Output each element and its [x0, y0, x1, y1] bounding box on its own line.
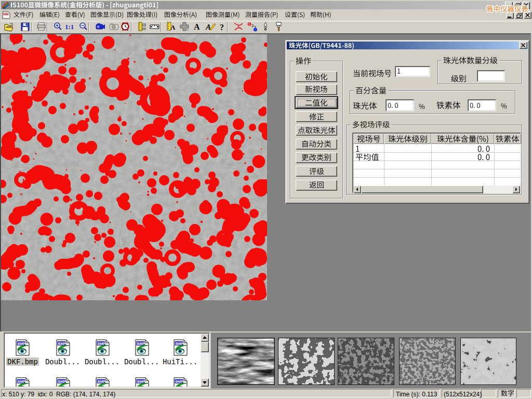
svg-text:A: A: [170, 23, 176, 31]
svg-text:?: ?: [220, 23, 224, 32]
svg-text:BMP: BMP: [18, 342, 26, 345]
svg-text:BMP: BMP: [58, 380, 66, 383]
svg-text:A: A: [194, 22, 200, 31]
svg-text:BMP: BMP: [98, 342, 106, 345]
svg-text:BMP: BMP: [137, 342, 145, 345]
svg-text:BMP: BMP: [98, 380, 106, 383]
svg-text:BMP: BMP: [176, 342, 184, 345]
svg-text:BMP: BMP: [58, 342, 66, 345]
svg-text:DOC: DOC: [4, 12, 9, 15]
svg-text:1: 1: [248, 22, 250, 26]
svg-text:1:1: 1:1: [65, 23, 74, 31]
svg-text:BMP: BMP: [137, 380, 145, 383]
svg-text:BMP: BMP: [176, 380, 184, 383]
svg-text:BMP: BMP: [18, 380, 26, 383]
